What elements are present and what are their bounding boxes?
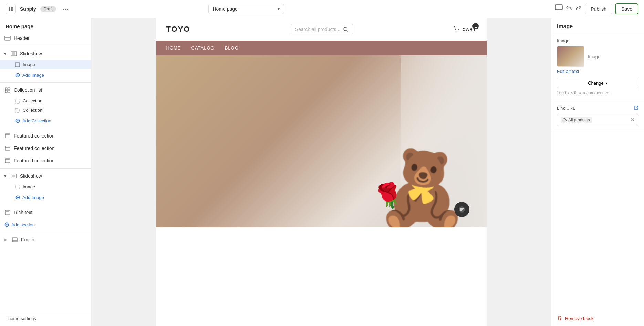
add-collection-icon: ⊕ [15,117,20,124]
sidebar-item-slideshow2[interactable]: ▾ Slideshow [0,170,91,182]
sidebar-item-featured2[interactable]: Featured collection [0,142,91,154]
link-tag: All products [561,117,592,123]
search-icon [343,26,349,32]
store-search[interactable]: Search all products... [291,24,353,34]
sidebar-label-slideshow2: Slideshow [20,173,42,179]
image-preview-row: Image [557,46,638,67]
nav-home[interactable]: HOME [166,45,181,51]
sidebar-add-section[interactable]: ⊕ Add section [0,219,91,230]
svg-rect-4 [555,5,562,10]
slideshow2-icon [10,173,17,180]
remove-block-button[interactable]: Remove block [551,311,644,326]
link-url-label: Link URL [557,106,575,111]
rp-image-section: Image Image Edit alt text Change ▾ 1000 … [551,33,644,100]
sidebar-add-image2[interactable]: ⊕ Add Image [0,192,91,203]
panel-title: Home page [0,18,91,32]
sidebar-item-collection2[interactable]: Collection [0,106,91,115]
sidebar-label-add-section: Add section [11,222,35,227]
slideshow1-icon [10,50,17,57]
svg-rect-20 [5,159,10,163]
back-button[interactable] [6,4,16,14]
svg-rect-16 [5,134,10,138]
sidebar-label-collection1: Collection [23,98,42,104]
featured3-icon [4,157,11,164]
sidebar-label-image2: Image [23,184,35,189]
svg-rect-3 [11,9,13,11]
sidebar-label-collection2: Collection [23,108,42,113]
svg-rect-0 [9,7,10,9]
sidebar-add-collection[interactable]: ⊕ Add Collection [0,115,91,127]
monitor-button[interactable] [555,4,563,13]
undo-button[interactable] [565,5,572,13]
svg-rect-9 [15,63,20,67]
sidebar-item-collection-list[interactable]: Collection list [0,84,91,96]
topbar: Supply Draft ⋯ Home page ▾ Publish Save [0,0,644,18]
chat-button[interactable] [454,202,469,217]
save-button[interactable]: Save [615,3,638,14]
add-section-icon: ⊕ [4,221,9,228]
right-actions: Publish Save [555,3,638,14]
sidebar-item-image2[interactable]: Image [0,182,91,192]
nav-blog[interactable]: BLOG [225,45,239,51]
theme-settings[interactable]: Theme settings [0,311,91,326]
sidebar-item-header[interactable]: Header [0,32,91,44]
svg-rect-28 [12,238,17,242]
sidebar-label-featured2: Featured collection [14,145,54,151]
sidebar-label-add-image1: Add Image [22,73,44,78]
store-cart[interactable]: CART 1 [453,26,476,33]
sidebar-item-rich-text[interactable]: Rich text [0,206,91,219]
rich-text-icon [4,209,11,216]
sidebar-add-image1[interactable]: ⊕ Add Image [0,69,91,81]
sidebar-label-collection-list: Collection list [14,87,42,93]
chevron-down-icon: ▾ [278,7,280,11]
store-header: TOYO Search all products... CART 1 [156,18,487,41]
image-label-text: Image [588,54,600,59]
footer-icon [11,236,18,243]
clear-link-button[interactable]: ✕ [630,117,635,123]
right-panel-title: Image [551,18,644,33]
sidebar-item-collection1[interactable]: Collection [0,96,91,106]
search-placeholder: Search all products... [295,26,341,32]
store-nav: HOME CATALOG BLOG [156,41,487,55]
sidebar-label-add-collection: Add Collection [22,118,51,123]
sidebar-label-slideshow1: Slideshow [20,51,42,56]
canvas-wrapper: TOYO Search all products... CART 1 HOME … [156,18,487,326]
store-logo: TOYO [166,25,190,34]
brand-name: Supply [20,6,36,12]
sidebar-item-featured3[interactable]: Featured collection [0,154,91,167]
more-options-button[interactable]: ⋯ [60,4,71,14]
svg-rect-2 [9,9,10,11]
link-field[interactable]: All products ✕ [557,114,638,126]
svg-point-34 [563,119,564,119]
page-selector[interactable]: Home page ▾ [208,4,284,14]
size-hint: 1000 x 500px recommended [557,90,638,95]
svg-rect-24 [15,185,20,189]
sidebar-label-featured1: Featured collection [14,133,54,139]
sidebar-item-footer[interactable]: ▶ Footer [0,233,91,246]
page-selector-label: Home page [213,6,238,12]
image-thumbnail[interactable] [557,46,584,67]
svg-point-32 [458,31,458,32]
cart-icon [453,26,460,33]
nav-catalog[interactable]: CATALOG [191,45,215,51]
change-image-button[interactable]: Change ▾ [557,78,638,88]
right-panel: Image Image Image Edit alt text Change ▾… [551,18,644,326]
chevron-icon: ▾ [4,51,6,56]
canvas-area: TOYO Search all products... CART 1 HOME … [91,18,551,326]
header-icon [4,35,11,42]
trash-icon [557,316,562,321]
sidebar-item-image[interactable]: Image [0,60,91,69]
sidebar-item-slideshow1[interactable]: ▾ Slideshow [0,47,91,60]
redo-button[interactable] [575,5,582,13]
svg-rect-14 [15,99,20,103]
external-link-icon[interactable] [634,105,638,111]
svg-rect-23 [12,175,15,177]
sidebar-item-featured1[interactable]: Featured collection [0,130,91,142]
featured2-icon [4,145,11,152]
sidebar-label-footer: Footer [21,237,35,242]
sidebar-label-image: Image [23,62,35,67]
svg-rect-8 [12,52,15,55]
publish-button[interactable]: Publish [585,4,612,14]
edit-alt-text-link[interactable]: Edit alt text [557,69,579,74]
sidebar-label-featured3: Featured collection [14,158,54,163]
